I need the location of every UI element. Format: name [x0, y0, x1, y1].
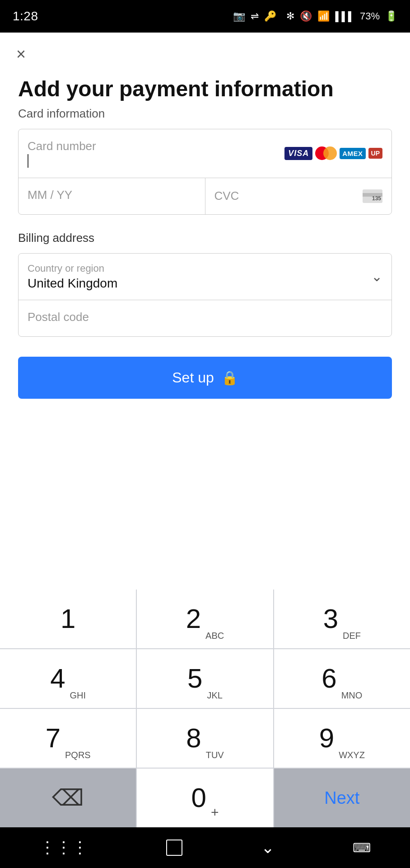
key-9[interactable]: 9 WXYZ — [274, 709, 410, 768]
bluetooth-icon: ✻ — [286, 10, 294, 22]
nav-menu-button[interactable]: ⋮⋮⋮ — [39, 838, 88, 857]
expiry-cvc-row: MM / YY CVC — [19, 178, 391, 214]
text-cursor — [28, 154, 28, 168]
status-icons: 📷 ⇌ 🔑 ✻ 🔇 📶 ▌▌▌ 73% 🔋 — [233, 10, 397, 22]
lock-icon: 🔒 — [221, 370, 238, 386]
card-number-input-area[interactable]: Card number — [28, 139, 284, 168]
battery-icon: 🔋 — [385, 10, 397, 22]
cvc-field[interactable]: CVC — [205, 178, 392, 214]
setup-button[interactable]: Set up 🔒 — [18, 357, 392, 399]
battery-text: 73% — [360, 10, 380, 22]
nav-home-button[interactable] — [166, 840, 182, 856]
card-info-box: Card number VISA AMEX UP MM / YY CVC — [18, 129, 392, 215]
chevron-down-icon: ⌄ — [371, 269, 382, 284]
close-button[interactable]: × — [16, 46, 26, 62]
country-label: Country or region — [28, 263, 117, 274]
key-7[interactable]: 7 PQRS — [0, 709, 136, 768]
card-number-placeholder: Card number — [28, 139, 284, 153]
key-next[interactable]: Next — [274, 769, 410, 827]
key-backspace[interactable]: ⌫ — [0, 769, 136, 827]
mastercard-logo — [315, 146, 337, 160]
billing-address-label: Billing address — [18, 231, 392, 245]
wifi-icon: 📶 — [317, 10, 330, 22]
mute-icon: 🔇 — [300, 10, 312, 22]
backspace-icon: ⌫ — [52, 785, 84, 811]
postal-row[interactable]: Postal code — [19, 300, 391, 336]
bottom-nav: ⋮⋮⋮ ⌄ ⌨ — [0, 827, 410, 868]
main-content: × Add your payment information Card info… — [0, 33, 410, 590]
signal-icon: ▌▌▌ — [335, 11, 354, 22]
key-4[interactable]: 4 GHI — [0, 649, 136, 708]
key-0[interactable]: 0 + — [137, 769, 273, 827]
back-icon: ⌄ — [261, 838, 275, 857]
key-2[interactable]: 2 ABC — [137, 590, 273, 648]
status-bar: 1:28 📷 ⇌ 🔑 ✻ 🔇 📶 ▌▌▌ 73% 🔋 — [0, 0, 410, 33]
camera-icon: 📷 — [233, 10, 245, 22]
home-icon — [166, 840, 182, 856]
card-section-label: Card information — [18, 107, 392, 121]
setup-button-label: Set up — [172, 369, 214, 386]
page-title: Add your payment information — [18, 76, 392, 102]
key-5[interactable]: 5 JKL — [137, 649, 273, 708]
unionpay-logo: UP — [368, 148, 382, 159]
country-info: Country or region United Kingdom — [28, 263, 117, 291]
card-logos: VISA AMEX UP — [284, 146, 382, 160]
cast-icon: ⇌ — [251, 10, 259, 22]
keyboard-icon: ⌨ — [353, 840, 371, 855]
key-3[interactable]: 3 DEF — [274, 590, 410, 648]
key-6[interactable]: 6 MNO — [274, 649, 410, 708]
nav-back-button[interactable]: ⌄ — [261, 838, 275, 857]
cvc-icon — [363, 189, 382, 203]
keyboard-grid: 1 2 ABC 3 DEF 4 GHI 5 JKL 6 MNO 7 PQRS 8 — [0, 590, 410, 827]
country-value: United Kingdom — [28, 276, 117, 290]
status-time: 1:28 — [13, 9, 38, 24]
visa-logo: VISA — [284, 147, 312, 160]
cvc-placeholder: CVC — [214, 189, 239, 203]
keyboard-area: 1 2 ABC 3 DEF 4 GHI 5 JKL 6 MNO 7 PQRS 8 — [0, 590, 410, 827]
nav-keyboard-button[interactable]: ⌨ — [353, 840, 371, 855]
card-number-row: Card number VISA AMEX UP — [19, 129, 391, 178]
cvc-card-image — [363, 189, 382, 203]
postal-placeholder: Postal code — [28, 310, 89, 324]
menu-icon: ⋮⋮⋮ — [39, 838, 88, 857]
billing-box: Country or region United Kingdom ⌄ Posta… — [18, 253, 392, 337]
country-row[interactable]: Country or region United Kingdom ⌄ — [19, 254, 391, 300]
key-icon: 🔑 — [264, 10, 276, 22]
key-1[interactable]: 1 — [0, 590, 136, 648]
key-8[interactable]: 8 TUV — [137, 709, 273, 768]
next-label: Next — [324, 788, 359, 808]
expiry-field[interactable]: MM / YY — [19, 178, 205, 214]
amex-logo: AMEX — [340, 148, 365, 159]
expiry-placeholder: MM / YY — [28, 188, 72, 202]
